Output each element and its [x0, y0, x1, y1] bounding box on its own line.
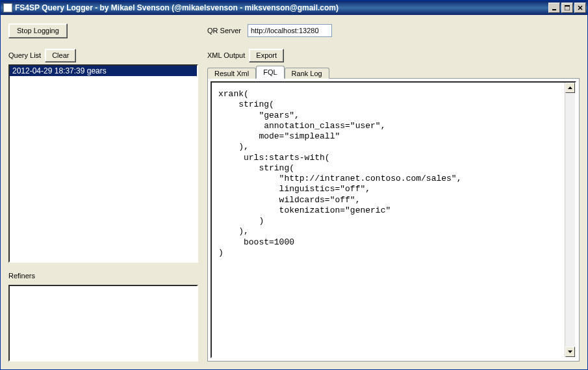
tab-fql[interactable]: FQL	[256, 66, 284, 79]
export-button[interactable]: Export	[249, 49, 284, 62]
xml-output-header: XML Output Export	[207, 49, 580, 62]
qr-server-row: QR Server	[207, 21, 580, 40]
client-area: Stop Logging Query List Clear 2012-04-29…	[1, 15, 587, 369]
app-window: FS4SP Query Logger - by Mikael Svenson (…	[0, 0, 588, 370]
minimize-button[interactable]	[548, 3, 560, 13]
svg-rect-2	[565, 5, 570, 7]
tab-strip: Result Xml FQL Rank Log	[207, 64, 580, 78]
maximize-button[interactable]	[561, 3, 573, 13]
refiners-label: Refiners	[8, 272, 35, 280]
xml-output-label: XML Output	[207, 51, 245, 59]
svg-marker-5	[568, 86, 572, 89]
svg-rect-0	[552, 9, 556, 10]
chevron-down-icon	[568, 350, 572, 353]
scroll-down-button[interactable]	[565, 347, 575, 357]
left-column: Stop Logging Query List Clear 2012-04-29…	[8, 21, 198, 362]
tab-result-xml[interactable]: Result Xml	[207, 68, 256, 79]
list-item[interactable]: 2012-04-29 18:37:39 gears	[10, 66, 197, 76]
qr-server-label: QR Server	[207, 27, 241, 34]
vertical-scrollbar[interactable]	[565, 83, 575, 357]
scroll-track-space[interactable]	[565, 93, 575, 347]
fql-code[interactable]: xrank( string( "gears", annotation_class…	[211, 81, 576, 358]
code-wrap: xrank( string( "gears", annotation_class…	[211, 81, 576, 358]
refiners-list[interactable]	[8, 285, 198, 362]
stop-logging-button[interactable]: Stop Logging	[8, 23, 68, 38]
close-icon	[578, 5, 583, 10]
clear-button[interactable]: Clear	[45, 49, 76, 62]
refiners-header: Refiners	[8, 269, 198, 282]
maximize-icon	[565, 5, 570, 10]
titlebar[interactable]: FS4SP Query Logger - by Mikael Svenson (…	[1, 1, 587, 15]
query-list-label: Query List	[8, 51, 41, 59]
scroll-up-button[interactable]	[565, 83, 575, 93]
svg-marker-6	[568, 350, 572, 353]
tab-body: xrank( string( "gears", annotation_class…	[207, 78, 580, 362]
app-icon	[3, 3, 12, 12]
window-controls	[548, 3, 586, 13]
query-list-header: Query List Clear	[8, 49, 198, 62]
chevron-up-icon	[568, 86, 572, 89]
stop-logging-row: Stop Logging	[8, 21, 198, 40]
window-title: FS4SP Query Logger - by Mikael Svenson (…	[15, 3, 548, 12]
close-button[interactable]	[574, 3, 586, 13]
minimize-icon	[552, 5, 557, 10]
tab-rank-log[interactable]: Rank Log	[285, 68, 329, 79]
right-column: QR Server XML Output Export Result Xml F…	[207, 21, 580, 362]
query-list[interactable]: 2012-04-29 18:37:39 gears	[8, 64, 198, 263]
qr-server-input[interactable]	[248, 24, 332, 37]
